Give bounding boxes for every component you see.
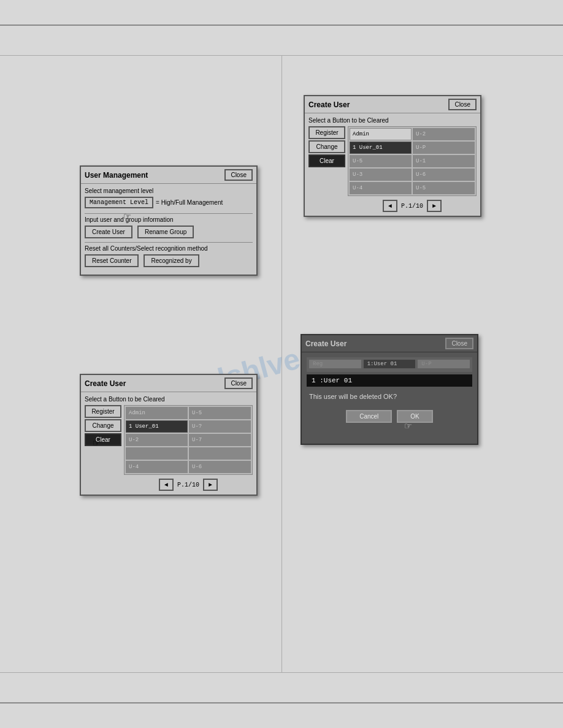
pagination-tr: ◄ P.1/10 ► xyxy=(348,200,477,212)
page-info-bl: P.1/10 xyxy=(177,482,199,488)
user-cell-tr-user01[interactable]: 1 User_01 xyxy=(350,142,412,154)
user-cell-tr-admin[interactable]: Admin xyxy=(350,128,412,140)
recognized-by-button[interactable]: Recognized by xyxy=(144,254,199,267)
user-cell-tr-u2[interactable]: U-2 xyxy=(413,128,475,140)
user-cell-bl-u5[interactable]: U-5 xyxy=(189,407,251,419)
reset-buttons: Reset Counter Recognized by xyxy=(85,254,253,267)
user-cell-bl-user01[interactable]: 1 User_01 xyxy=(126,420,188,433)
select-level-label: Select management level xyxy=(85,188,253,194)
user-grid-bl: Admin U-5 1 User_01 U-? U-2 U-7 xyxy=(126,407,251,473)
user-group-buttons: Create User Rename Group xyxy=(85,226,253,238)
create-user-tr-title-bar: Create User Close xyxy=(305,96,480,113)
confirm-close-button[interactable]: Close xyxy=(445,338,473,349)
create-user-tr-close-button[interactable]: Close xyxy=(448,99,477,110)
user-cell-tr-u6[interactable]: U-6 xyxy=(413,169,475,181)
register-button-bl[interactable]: Register xyxy=(85,405,121,418)
cancel-button[interactable]: Cancel xyxy=(346,410,392,423)
register-button-tr[interactable]: Register xyxy=(308,126,345,139)
change-button-bl[interactable]: Change xyxy=(85,419,121,432)
user-group-label: Input user and group information xyxy=(85,213,253,223)
user-cell-tr-u3[interactable]: U-3 xyxy=(350,169,412,181)
prev-page-button-tr[interactable]: ◄ xyxy=(383,200,397,212)
pagination-bl: ◄ P.1/10 ► xyxy=(124,479,253,491)
ok-button[interactable]: OK xyxy=(397,410,432,423)
next-page-button-tr[interactable]: ► xyxy=(427,200,442,212)
next-page-button-bl[interactable]: ► xyxy=(203,479,218,491)
user-cell-tr-u1[interactable]: U-1 xyxy=(413,155,475,167)
reset-counter-button[interactable]: Reset Counter xyxy=(85,254,139,267)
mgmt-level-row: Management Level = High/Full Management xyxy=(85,197,253,208)
user-cell-bl-empty1[interactable] xyxy=(126,447,188,460)
change-button-tr[interactable]: Change xyxy=(308,140,345,153)
create-user-tr-inner: Register Change Clear Admin U-2 1 User_0… xyxy=(308,126,477,212)
clear-button-bl[interactable]: Clear xyxy=(85,433,121,446)
user-cell-tr-u5[interactable]: U-5 xyxy=(350,155,412,167)
create-user-bl-content: Select a Button to be Cleared Register C… xyxy=(81,392,256,495)
user-cell-bl-admin[interactable]: Admin xyxy=(126,407,188,419)
user-list-tr: Admin U-2 1 User_01 U-P U-5 U-1 U-3 U-6 xyxy=(348,126,477,196)
user-mgmt-close-button[interactable]: Close xyxy=(224,169,253,181)
create-user-bl-inner: Register Change Clear Admin U-5 1 User_0… xyxy=(85,405,253,491)
management-level-button[interactable]: Management Level xyxy=(85,197,153,208)
create-user-dialog-top-right: Create User Close Select a Button to be … xyxy=(304,95,481,217)
confirm-content: Reg 1:User 01 U-P 1 :User 01 This user w… xyxy=(302,352,477,444)
user-management-dialog: User Management Close Select management … xyxy=(80,165,258,276)
create-user-bl-title: Create User xyxy=(85,379,126,388)
create-user-bl-list: Admin U-5 1 User_01 U-? U-2 U-7 xyxy=(124,405,253,491)
create-user-tr-select-label: Select a Button to be Cleared xyxy=(308,117,477,124)
user-cell-bl-u6[interactable]: U-6 xyxy=(189,461,251,473)
user-cell-tr-u4[interactable]: U-4 xyxy=(350,182,412,194)
vertical-divider xyxy=(282,55,282,673)
page-container: manualshlve.co... User Management Close … xyxy=(0,0,563,728)
user-mgmt-title-bar: User Management Close xyxy=(81,167,256,184)
user-mgmt-content: Select management level Management Level… xyxy=(81,184,256,275)
user-cell-bl-u2[interactable]: U-2 xyxy=(126,434,188,446)
user-cell-bl-uq[interactable]: U-? xyxy=(189,420,251,433)
bottom-line xyxy=(0,702,563,703)
user-cell-bl-u4[interactable]: U-4 xyxy=(126,461,188,473)
rename-group-button[interactable]: Rename Group xyxy=(137,226,194,238)
confirm-message: This user will be deleted OK? xyxy=(307,390,472,403)
create-user-tr-list: Admin U-2 1 User_01 U-P U-5 U-1 U-3 U-6 xyxy=(348,126,477,212)
create-user-bl-title-bar: Create User Close xyxy=(81,375,256,392)
user-list-bl: Admin U-5 1 User_01 U-? U-2 U-7 xyxy=(124,405,253,475)
user-cell-bl-u7[interactable]: U-7 xyxy=(189,434,251,446)
create-user-bl-close-button[interactable]: Close xyxy=(224,377,253,389)
user-grid-tr: Admin U-2 1 User_01 U-P U-5 U-1 U-3 U-6 xyxy=(350,128,475,194)
reset-label: Reset all Counters/Select recognition me… xyxy=(85,242,253,252)
confirm-bg-list: Reg 1:User 01 U-P xyxy=(307,357,472,372)
confirm-title-bar: Create User Close xyxy=(302,335,477,352)
confirm-title: Create User xyxy=(305,339,347,348)
page-info-tr: P.1/10 xyxy=(401,203,423,210)
create-user-tr-content: Select a Button to be Cleared Register C… xyxy=(305,113,480,216)
create-user-button[interactable]: Create User xyxy=(85,226,132,238)
create-user-tr-title: Create User xyxy=(308,100,350,109)
clear-button-tr[interactable]: Clear xyxy=(308,154,345,167)
create-user-tr-sidebar: Register Change Clear xyxy=(308,126,345,212)
create-user-bl-sidebar: Register Change Clear xyxy=(85,405,121,491)
user-cell-tr-up[interactable]: U-P xyxy=(413,142,475,154)
create-user-bl-select-label: Select a Button to be Cleared xyxy=(85,396,253,403)
create-user-dialog-bottom-left: Create User Close Select a Button to be … xyxy=(80,374,258,496)
user-cell-tr-u5b[interactable]: U-5 xyxy=(413,182,475,194)
confirm-user-info: 1 :User 01 xyxy=(307,374,472,387)
user-cell-bl-empty2[interactable] xyxy=(189,447,251,460)
confirm-dialog: Create User Close Reg 1:User 01 U-P 1 :U… xyxy=(301,334,478,445)
top-line xyxy=(0,25,563,26)
user-mgmt-title: User Management xyxy=(85,171,148,180)
confirm-buttons: Cancel OK xyxy=(307,408,472,425)
mgmt-level-value: = High/Full Management xyxy=(156,199,223,206)
prev-page-button-bl[interactable]: ◄ xyxy=(159,479,174,491)
